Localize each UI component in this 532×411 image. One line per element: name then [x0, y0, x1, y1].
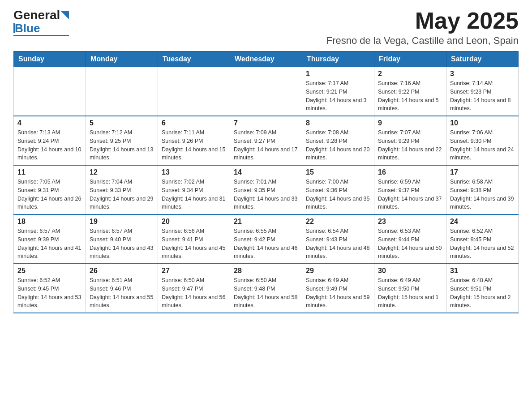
- day-info: Sunrise: 6:59 AM Sunset: 9:37 PM Dayligh…: [378, 178, 442, 211]
- calendar-cell: 15Sunrise: 7:00 AM Sunset: 9:36 PM Dayli…: [302, 165, 374, 214]
- day-info: Sunrise: 7:00 AM Sunset: 9:36 PM Dayligh…: [306, 178, 370, 211]
- calendar-cell: 22Sunrise: 6:54 AM Sunset: 9:43 PM Dayli…: [302, 214, 374, 264]
- day-number: 21: [234, 218, 298, 226]
- calendar-cell: 7Sunrise: 7:09 AM Sunset: 9:27 PM Daylig…: [230, 116, 302, 165]
- day-of-week-header: Wednesday: [230, 51, 302, 67]
- day-number: 26: [90, 267, 154, 275]
- logo-underline: [13, 35, 69, 36]
- day-number: 15: [306, 168, 370, 176]
- calendar-cell: [158, 67, 230, 116]
- day-number: 29: [306, 267, 370, 275]
- logo: General Blue: [13, 9, 69, 36]
- calendar-cell: 14Sunrise: 7:01 AM Sunset: 9:35 PM Dayli…: [230, 165, 302, 214]
- day-info: Sunrise: 7:09 AM Sunset: 9:27 PM Dayligh…: [234, 128, 298, 162]
- day-of-week-header: Friday: [374, 51, 446, 67]
- day-info: Sunrise: 6:58 AM Sunset: 9:38 PM Dayligh…: [450, 178, 515, 211]
- calendar-cell: 8Sunrise: 7:08 AM Sunset: 9:28 PM Daylig…: [302, 116, 374, 165]
- day-number: 7: [234, 119, 298, 127]
- day-info: Sunrise: 6:51 AM Sunset: 9:46 PM Dayligh…: [90, 276, 154, 310]
- day-number: 23: [378, 218, 442, 226]
- calendar-cell: 29Sunrise: 6:49 AM Sunset: 9:49 PM Dayli…: [302, 264, 374, 313]
- day-info: Sunrise: 7:17 AM Sunset: 9:21 PM Dayligh…: [306, 79, 370, 113]
- calendar-week-row: 1Sunrise: 7:17 AM Sunset: 9:21 PM Daylig…: [14, 67, 519, 116]
- day-number: 9: [378, 119, 442, 127]
- day-number: 24: [450, 218, 515, 226]
- calendar-cell: 27Sunrise: 6:50 AM Sunset: 9:47 PM Dayli…: [158, 264, 230, 313]
- day-info: Sunrise: 7:02 AM Sunset: 9:34 PM Dayligh…: [162, 178, 226, 211]
- day-info: Sunrise: 6:57 AM Sunset: 9:40 PM Dayligh…: [90, 227, 154, 261]
- calendar-cell: 4Sunrise: 7:13 AM Sunset: 9:24 PM Daylig…: [14, 116, 86, 165]
- logo-blue-text: Blue: [15, 22, 40, 34]
- calendar-cell: 18Sunrise: 6:57 AM Sunset: 9:39 PM Dayli…: [14, 214, 86, 264]
- calendar-week-row: 4Sunrise: 7:13 AM Sunset: 9:24 PM Daylig…: [14, 116, 519, 165]
- day-info: Sunrise: 7:13 AM Sunset: 9:24 PM Dayligh…: [17, 128, 82, 162]
- calendar-cell: 16Sunrise: 6:59 AM Sunset: 9:37 PM Dayli…: [374, 165, 446, 214]
- calendar-cell: 3Sunrise: 7:14 AM Sunset: 9:23 PM Daylig…: [446, 67, 519, 116]
- day-info: Sunrise: 7:12 AM Sunset: 9:25 PM Dayligh…: [90, 128, 154, 162]
- day-number: 31: [450, 267, 515, 275]
- day-info: Sunrise: 7:11 AM Sunset: 9:26 PM Dayligh…: [162, 128, 226, 162]
- day-number: 28: [234, 267, 298, 275]
- day-number: 14: [234, 168, 298, 176]
- day-info: Sunrise: 7:05 AM Sunset: 9:31 PM Dayligh…: [17, 178, 82, 211]
- day-info: Sunrise: 7:16 AM Sunset: 9:22 PM Dayligh…: [378, 79, 442, 113]
- day-info: Sunrise: 6:55 AM Sunset: 9:42 PM Dayligh…: [234, 227, 298, 261]
- calendar-cell: 17Sunrise: 6:58 AM Sunset: 9:38 PM Dayli…: [446, 165, 519, 214]
- day-info: Sunrise: 7:04 AM Sunset: 9:33 PM Dayligh…: [90, 178, 154, 211]
- calendar-cell: 19Sunrise: 6:57 AM Sunset: 9:40 PM Dayli…: [86, 214, 158, 264]
- day-number: 4: [17, 119, 82, 127]
- calendar-table: SundayMondayTuesdayWednesdayThursdayFrid…: [13, 51, 519, 313]
- day-number: 6: [162, 119, 226, 127]
- svg-marker-0: [61, 11, 69, 19]
- day-number: 20: [162, 218, 226, 226]
- calendar-cell: 25Sunrise: 6:52 AM Sunset: 9:45 PM Dayli…: [14, 264, 86, 313]
- calendar-week-row: 18Sunrise: 6:57 AM Sunset: 9:39 PM Dayli…: [14, 214, 519, 264]
- day-number: 27: [162, 267, 226, 275]
- day-number: 1: [306, 70, 370, 78]
- day-info: Sunrise: 7:14 AM Sunset: 9:23 PM Dayligh…: [450, 79, 515, 113]
- day-info: Sunrise: 6:52 AM Sunset: 9:45 PM Dayligh…: [450, 227, 515, 261]
- calendar-week-row: 25Sunrise: 6:52 AM Sunset: 9:45 PM Dayli…: [14, 264, 519, 313]
- day-of-week-header: Sunday: [14, 51, 86, 67]
- day-info: Sunrise: 6:49 AM Sunset: 9:50 PM Dayligh…: [378, 276, 442, 310]
- calendar-cell: 30Sunrise: 6:49 AM Sunset: 9:50 PM Dayli…: [374, 264, 446, 313]
- calendar-cell: 6Sunrise: 7:11 AM Sunset: 9:26 PM Daylig…: [158, 116, 230, 165]
- day-info: Sunrise: 7:01 AM Sunset: 9:35 PM Dayligh…: [234, 178, 298, 211]
- day-number: 11: [17, 168, 82, 176]
- day-of-week-header: Tuesday: [158, 51, 230, 67]
- day-number: 8: [306, 119, 370, 127]
- day-info: Sunrise: 7:07 AM Sunset: 9:29 PM Dayligh…: [378, 128, 442, 162]
- calendar-cell: [86, 67, 158, 116]
- month-title: May 2025: [326, 9, 519, 32]
- day-number: 25: [17, 267, 82, 275]
- calendar-cell: 11Sunrise: 7:05 AM Sunset: 9:31 PM Dayli…: [14, 165, 86, 214]
- day-info: Sunrise: 6:49 AM Sunset: 9:49 PM Dayligh…: [306, 276, 370, 310]
- calendar-week-row: 11Sunrise: 7:05 AM Sunset: 9:31 PM Dayli…: [14, 165, 519, 214]
- calendar-cell: 10Sunrise: 7:06 AM Sunset: 9:30 PM Dayli…: [446, 116, 519, 165]
- day-info: Sunrise: 6:50 AM Sunset: 9:47 PM Dayligh…: [162, 276, 226, 310]
- day-info: Sunrise: 6:52 AM Sunset: 9:45 PM Dayligh…: [17, 276, 82, 310]
- logo-text: General: [13, 9, 69, 21]
- calendar-cell: 20Sunrise: 6:56 AM Sunset: 9:41 PM Dayli…: [158, 214, 230, 264]
- calendar-header-row: SundayMondayTuesdayWednesdayThursdayFrid…: [14, 51, 519, 67]
- calendar-cell: 21Sunrise: 6:55 AM Sunset: 9:42 PM Dayli…: [230, 214, 302, 264]
- day-info: Sunrise: 7:06 AM Sunset: 9:30 PM Dayligh…: [450, 128, 515, 162]
- calendar-cell: [14, 67, 86, 116]
- calendar-cell: 28Sunrise: 6:50 AM Sunset: 9:48 PM Dayli…: [230, 264, 302, 313]
- calendar-cell: 24Sunrise: 6:52 AM Sunset: 9:45 PM Dayli…: [446, 214, 519, 264]
- day-number: 17: [450, 168, 515, 176]
- day-info: Sunrise: 7:08 AM Sunset: 9:28 PM Dayligh…: [306, 128, 370, 162]
- title-area: May 2025 Fresno de la Vega, Castille and…: [326, 9, 519, 47]
- calendar-cell: 31Sunrise: 6:48 AM Sunset: 9:51 PM Dayli…: [446, 264, 519, 313]
- day-number: 13: [162, 168, 226, 176]
- day-number: 16: [378, 168, 442, 176]
- calendar-cell: 23Sunrise: 6:53 AM Sunset: 9:44 PM Dayli…: [374, 214, 446, 264]
- day-info: Sunrise: 6:54 AM Sunset: 9:43 PM Dayligh…: [306, 227, 370, 261]
- day-info: Sunrise: 6:50 AM Sunset: 9:48 PM Dayligh…: [234, 276, 298, 310]
- day-of-week-header: Thursday: [302, 51, 374, 67]
- day-number: 5: [90, 119, 154, 127]
- day-number: 10: [450, 119, 515, 127]
- day-number: 22: [306, 218, 370, 226]
- calendar-cell: 5Sunrise: 7:12 AM Sunset: 9:25 PM Daylig…: [86, 116, 158, 165]
- day-info: Sunrise: 6:56 AM Sunset: 9:41 PM Dayligh…: [162, 227, 226, 261]
